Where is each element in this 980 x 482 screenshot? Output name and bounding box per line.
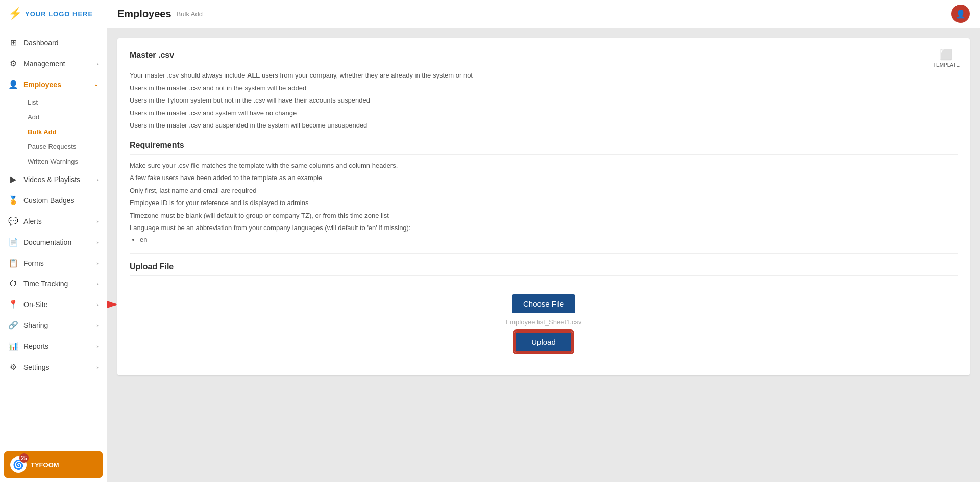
tyfoom-label: TYFOOM xyxy=(31,461,59,469)
sidebar-item-employees[interactable]: 👤 Employees ⌄ xyxy=(0,74,107,95)
management-icon: ⚙ xyxy=(8,59,18,68)
topbar-right: 👤 xyxy=(951,5,970,23)
sidebar-item-videos[interactable]: ▶ Videos & Playlists › xyxy=(0,169,107,190)
sidebar-item-sharing[interactable]: 🔗 Sharing › xyxy=(0,315,107,336)
req-line-0: Make sure your .csv file matches the tem… xyxy=(130,161,958,171)
upload-section: Upload File Choose File Employee list_Sh… xyxy=(130,253,958,363)
chevron-right-icon: › xyxy=(96,218,99,224)
time-tracking-icon: ⏱ xyxy=(8,279,18,288)
sub-nav-add[interactable]: Add xyxy=(23,110,107,124)
sidebar-item-management[interactable]: ⚙ Management › xyxy=(0,53,107,74)
logo-text: YOUR LOGO HERE xyxy=(25,10,93,18)
req-line-2: Only first, last name and email are requ… xyxy=(130,186,958,196)
chevron-right-icon: › xyxy=(96,176,99,183)
chevron-right-icon: › xyxy=(96,281,99,287)
choose-file-button[interactable]: Choose File xyxy=(512,294,575,313)
requirements-title: Requirements xyxy=(130,141,958,155)
topbar-left: Employees Bulk Add xyxy=(117,8,203,20)
sidebar-item-label: Alerts xyxy=(23,217,42,225)
sidebar-item-on-site[interactable]: 📍 On-Site › xyxy=(0,294,107,315)
sidebar-item-label: Management xyxy=(23,60,65,68)
sidebar-item-label: On-Site xyxy=(23,300,47,309)
sidebar-item-alerts[interactable]: 💬 Alerts › xyxy=(0,211,107,232)
chevron-right-icon: › xyxy=(96,260,99,266)
sidebar-item-label: Custom Badges xyxy=(23,196,75,205)
sidebar-item-label: Reports xyxy=(23,342,48,350)
content-area: ⬜ TEMPLATE Master .csv Your master .csv … xyxy=(107,28,980,482)
sidebar-item-label: Employees xyxy=(23,81,61,89)
custom-badges-icon: 🏅 xyxy=(8,195,18,205)
master-csv-title: Master .csv xyxy=(130,50,958,64)
template-button[interactable]: ⬜ TEMPLATE xyxy=(933,48,960,68)
template-label: TEMPLATE xyxy=(933,62,960,68)
on-site-icon: 📍 xyxy=(8,299,18,309)
chevron-right-icon: › xyxy=(96,301,99,308)
videos-icon: ▶ xyxy=(8,174,18,184)
page-subtitle: Bulk Add xyxy=(177,10,203,18)
sub-nav-written-warnings[interactable]: Written Warnings xyxy=(23,154,107,169)
sidebar-item-settings[interactable]: ⚙ Settings › xyxy=(0,357,107,377)
sidebar-item-label: Settings xyxy=(23,363,50,371)
master-csv-line-3: Users in the master .csv and system will… xyxy=(130,108,958,118)
sidebar-item-documentation[interactable]: 📄 Documentation › xyxy=(0,232,107,252)
sidebar-item-label: Videos & Playlists xyxy=(23,175,80,184)
chevron-right-icon: › xyxy=(96,61,99,67)
sub-nav-pause-requests[interactable]: Pause Requests xyxy=(23,139,107,154)
topbar: Employees Bulk Add 👤 xyxy=(107,0,980,28)
reports-icon: 📊 xyxy=(8,341,18,351)
sidebar-item-reports[interactable]: 📊 Reports › xyxy=(0,336,107,357)
employees-icon: 👤 xyxy=(8,80,18,89)
sidebar-item-label: Dashboard xyxy=(23,39,59,47)
upload-button[interactable]: Upload xyxy=(514,331,573,353)
sidebar-item-custom-badges[interactable]: 🏅 Custom Badges xyxy=(0,190,107,211)
file-name-display: Employee list_Sheet1.csv xyxy=(506,318,582,326)
sidebar-item-time-tracking[interactable]: ⏱ Time Tracking › xyxy=(0,273,107,294)
master-csv-line-0: Your master .csv should always include A… xyxy=(130,70,958,81)
chevron-down-icon: ⌄ xyxy=(94,81,99,88)
forms-icon: 📋 xyxy=(8,258,18,268)
main-card: ⬜ TEMPLATE Master .csv Your master .csv … xyxy=(117,38,970,375)
employees-sub-nav: List Add Bulk Add Pause Requests Written… xyxy=(0,95,107,169)
documentation-icon: 📄 xyxy=(8,237,18,247)
notification-badge: 25 xyxy=(19,453,29,463)
master-csv-line-1: Users in the master .csv and not in the … xyxy=(130,83,958,93)
master-csv-line-4: Users in the master .csv and suspended i… xyxy=(130,120,958,131)
sidebar-item-label: Documentation xyxy=(23,238,71,246)
sidebar-item-dashboard[interactable]: ⊞ Dashboard xyxy=(0,32,107,53)
language-bullet-list: en xyxy=(130,236,958,243)
main-content: Employees Bulk Add 👤 ⬜ TEMPLATE Master .… xyxy=(107,0,980,482)
settings-icon: ⚙ xyxy=(8,362,18,372)
master-csv-line-2: Users in the Tyfoom system but not in th… xyxy=(130,95,958,106)
tyfoom-button[interactable]: 🌀 25 TYFOOM xyxy=(4,451,103,478)
sub-nav-bulk-add[interactable]: Bulk Add xyxy=(23,124,107,139)
upload-title: Upload File xyxy=(130,262,958,276)
req-line-4: Timezone must be blank (will default to … xyxy=(130,211,958,221)
logo-icon: ⚡ xyxy=(8,7,22,20)
dashboard-icon: ⊞ xyxy=(8,38,18,47)
upload-area: Choose File Employee list_Sheet1.csv Upl… xyxy=(130,284,958,363)
sub-nav-list[interactable]: List xyxy=(23,95,107,110)
sidebar-item-forms[interactable]: 📋 Forms › xyxy=(0,252,107,273)
template-icon: ⬜ xyxy=(940,48,952,61)
sidebar-item-label: Forms xyxy=(23,259,44,267)
requirements-section: Requirements Make sure your .csv file ma… xyxy=(130,141,958,243)
sidebar-nav: ⊞ Dashboard ⚙ Management › 👤 Employees ⌄… xyxy=(0,28,107,447)
req-line-1: A few fake users have been added to the … xyxy=(130,173,958,183)
language-bullet-item: en xyxy=(140,236,958,243)
chevron-right-icon: › xyxy=(96,239,99,245)
req-line-3: Employee ID is for your reference and is… xyxy=(130,198,958,208)
chevron-right-icon: › xyxy=(96,343,99,349)
master-csv-section: Master .csv Your master .csv should alwa… xyxy=(130,50,958,131)
sidebar: ⚡ YOUR LOGO HERE ⊞ Dashboard ⚙ Managemen… xyxy=(0,0,107,482)
avatar[interactable]: 👤 xyxy=(951,5,970,23)
sidebar-item-label: Sharing xyxy=(23,321,48,329)
chevron-right-icon: › xyxy=(96,322,99,328)
sidebar-logo[interactable]: ⚡ YOUR LOGO HERE xyxy=(0,0,107,28)
alerts-icon: 💬 xyxy=(8,216,18,226)
chevron-right-icon: › xyxy=(96,364,99,370)
sharing-icon: 🔗 xyxy=(8,320,18,330)
req-line-5: Language must be an abbreviation from yo… xyxy=(130,223,958,233)
sidebar-item-label: Time Tracking xyxy=(23,280,68,288)
page-title: Employees xyxy=(117,8,172,20)
